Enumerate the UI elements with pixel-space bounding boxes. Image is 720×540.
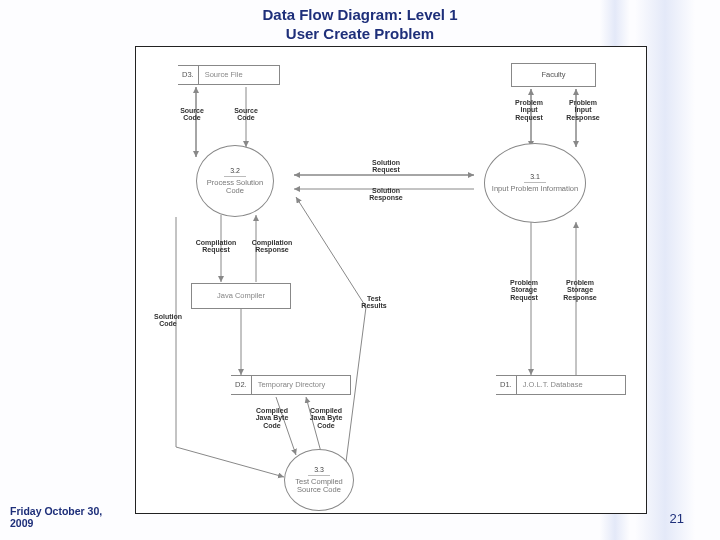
- process-3-2-id: 3.2: [224, 167, 246, 177]
- flow-problem-input-response: ProblemInputResponse: [558, 99, 608, 121]
- flow-compilation-response: CompilationResponse: [244, 239, 300, 254]
- svg-line-15: [176, 447, 284, 477]
- entity-java-compiler: Java Compiler: [191, 283, 291, 309]
- datastore-d1: D1. J.O.L.T. Database: [496, 375, 626, 395]
- flow-problem-storage-request: ProblemStorageRequest: [500, 279, 548, 301]
- datastore-d3-label: Source File: [199, 66, 249, 84]
- entity-compiler-label: Java Compiler: [217, 292, 265, 300]
- datastore-d1-label: J.O.L.T. Database: [517, 376, 589, 394]
- title-line2: User Create Problem: [0, 25, 720, 44]
- footer-date: Friday October 30, 2009: [10, 505, 120, 530]
- datastore-d3: D3. Source File: [178, 65, 280, 85]
- slide-title: Data Flow Diagram: Level 1 User Create P…: [0, 6, 720, 44]
- process-3-1-label: Input Problem Information: [488, 185, 582, 193]
- flow-problem-input-request: ProblemInputRequest: [506, 99, 552, 121]
- flow-solution-request: SolutionRequest: [356, 159, 416, 174]
- flow-compiled-jbc-a: CompiledJava ByteCode: [248, 407, 296, 429]
- process-3-3: 3.3 Test Compiled Source Code: [284, 449, 354, 511]
- svg-line-17: [296, 197, 366, 307]
- flow-source-code-b: SourceCode: [228, 107, 264, 122]
- process-3-3-label: Test Compiled Source Code: [285, 478, 353, 495]
- datastore-d2: D2. Temporary Directory: [231, 375, 351, 395]
- flow-problem-storage-response: ProblemStorageResponse: [554, 279, 606, 301]
- diagram-frame: D3. Source File Faculty 3.2 Process Solu…: [135, 46, 647, 514]
- datastore-d2-label: Temporary Directory: [252, 376, 332, 394]
- process-3-1-id: 3.1: [524, 173, 546, 183]
- process-3-1: 3.1 Input Problem Information: [484, 143, 586, 223]
- flow-test-results: TestResults: [354, 295, 394, 310]
- entity-faculty: Faculty: [511, 63, 596, 87]
- flow-source-code-a: SourceCode: [174, 107, 210, 122]
- title-line1: Data Flow Diagram: Level 1: [0, 6, 720, 25]
- flow-compiled-jbc-b: CompiledJava ByteCode: [302, 407, 350, 429]
- datastore-d3-id: D3.: [178, 66, 199, 84]
- flow-compilation-request: CompilationRequest: [188, 239, 244, 254]
- entity-faculty-label: Faculty: [541, 71, 565, 79]
- process-3-2: 3.2 Process Solution Code: [196, 145, 274, 217]
- flow-solution-code: SolutionCode: [146, 313, 190, 328]
- flow-solution-response: SolutionResponse: [356, 187, 416, 202]
- datastore-d2-id: D2.: [231, 376, 252, 394]
- process-3-2-label: Process Solution Code: [197, 179, 273, 196]
- footer-page: 21: [670, 511, 684, 526]
- datastore-d1-id: D1.: [496, 376, 517, 394]
- process-3-3-id: 3.3: [308, 466, 330, 476]
